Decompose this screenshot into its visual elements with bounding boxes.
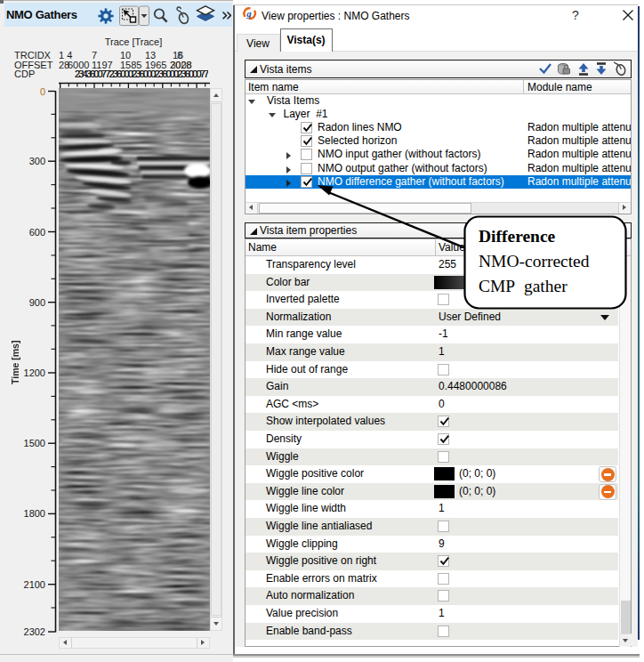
- svg-text:900: 900: [29, 297, 45, 308]
- svg-text:1800: 1800: [24, 508, 45, 519]
- svg-text:300: 300: [29, 156, 45, 166]
- svg-text:0: 0: [40, 86, 45, 97]
- svg-text:1200: 1200: [24, 367, 45, 378]
- svg-text:600: 600: [29, 227, 45, 238]
- svg-text:g: g: [246, 8, 252, 19]
- svg-text:1500: 1500: [24, 438, 45, 448]
- svg-text:2302: 2302: [24, 626, 45, 637]
- svg-text:2100: 2100: [24, 579, 45, 590]
